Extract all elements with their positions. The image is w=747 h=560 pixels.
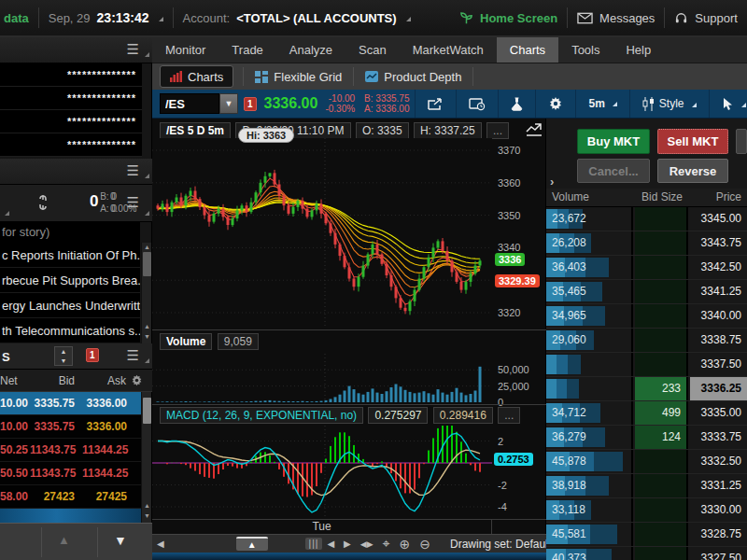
drawing-tool-dropdown[interactable] [715, 97, 747, 111]
bid-size-cell[interactable] [635, 523, 688, 546]
step-left-button[interactable]: ◀ [322, 539, 339, 549]
style-dropdown[interactable]: Style [636, 97, 703, 111]
gadget-menu-icon[interactable]: ☰ [127, 164, 139, 177]
dom-row[interactable]: 29,0603338.75 [546, 329, 747, 353]
macd-more-chip[interactable]: ... [498, 407, 520, 424]
expand-horizontal-icon[interactable]: ◀▶ [356, 539, 378, 549]
bid-size-cell[interactable]: 499 [635, 401, 688, 425]
depth-bar-cell[interactable]: 45,878 [546, 450, 633, 473]
main-tab-monitor[interactable]: Monitor [152, 37, 218, 63]
price-cell[interactable]: 3330.00 [690, 498, 747, 522]
dom-row[interactable]: 45,5813328.75 [546, 523, 747, 547]
bid-size-cell[interactable] [635, 474, 688, 497]
symbol-input[interactable] [160, 93, 219, 114]
bid-size-cell[interactable] [635, 207, 688, 231]
dom-row[interactable]: 26,2083343.75 [546, 231, 747, 256]
account-selector[interactable]: Account: <TOTAL> (ALL ACCOUNTS) [183, 11, 411, 25]
price-cell[interactable]: 3333.75 [690, 426, 747, 449]
share-button[interactable] [421, 97, 450, 111]
bid-size-cell[interactable] [635, 498, 688, 522]
depth-bar-cell[interactable]: 36,279 [546, 426, 633, 449]
watchlist-row[interactable]: -10.003335.753336.00 [0, 415, 142, 439]
flag-badge[interactable]: 1 [86, 348, 99, 362]
collapse-chevron[interactable]: › [550, 175, 554, 189]
price-chart[interactable] [152, 138, 492, 329]
price-cell[interactable]: 3342.50 [690, 256, 747, 279]
depth-bar-cell[interactable] [546, 353, 633, 376]
price-cell[interactable]: 3345.00 [690, 207, 747, 231]
depth-bar-cell[interactable]: 45,581 [546, 523, 633, 546]
price-cell[interactable]: 3327.50 [690, 547, 747, 560]
scroll-down-button[interactable]: ▼ [114, 533, 127, 548]
tab-product-depth[interactable]: Product Depth [354, 63, 472, 90]
news-scrollbar[interactable]: ▲ ▲ ▼ [141, 243, 151, 343]
main-tab-tools[interactable]: Tools [558, 37, 613, 63]
bid-size-cell[interactable] [635, 304, 688, 328]
data-feed-status[interactable]: data [4, 11, 29, 25]
support-button[interactable]: Support [674, 11, 738, 25]
watchlist-row[interactable]: -10.003335.753336.00 [0, 392, 142, 415]
masked-value-row[interactable]: ************** [0, 110, 142, 133]
col-bid[interactable]: Bid [37, 374, 75, 387]
depth-bar-cell[interactable] [546, 377, 633, 400]
watchlist-row[interactable]: -50.5011343.7511344.25 [0, 462, 142, 485]
dom-row[interactable]: 40,3733327.50 [546, 547, 747, 560]
zoom-in-button[interactable]: ⊕ [395, 537, 416, 552]
col-ask[interactable]: Ask [89, 374, 126, 387]
link-icon[interactable] [37, 193, 49, 212]
crosshair-button[interactable]: ⌖ [378, 536, 395, 552]
col-price[interactable]: Price [690, 190, 741, 203]
symbol-dropdown-button[interactable]: ▼ [219, 93, 238, 114]
gadget-menu-icon[interactable]: ☰ [127, 349, 139, 362]
chart-style-icon[interactable] [526, 122, 543, 137]
price-cell[interactable]: 3341.25 [690, 280, 747, 303]
watchlist-row[interactable]: -50.2511343.7511344.25 [0, 439, 142, 462]
col-volume[interactable]: Volume [552, 190, 589, 203]
price-cell[interactable]: 3340.00 [690, 304, 747, 328]
depth-bar-cell[interactable]: 33,118 [546, 498, 633, 522]
dom-row[interactable]: 36,2791243333.75 [546, 426, 747, 450]
tab-charts[interactable]: Charts [160, 65, 233, 88]
news-item[interactable]: c Reports Initiation Of Ph... [0, 243, 140, 268]
news-item[interactable]: rbecue Pit Supports Brea... [0, 268, 140, 293]
timeframe-dropdown[interactable]: 5m [582, 97, 623, 110]
news-item[interactable]: th Telecommunications s... [0, 318, 140, 343]
main-tab-trade[interactable]: Trade [218, 37, 275, 63]
dom-row[interactable]: 23,6723345.00 [546, 207, 747, 231]
pan-left-button[interactable]: ◀ [152, 539, 169, 549]
macd-chart[interactable] [152, 426, 492, 519]
bid-size-cell[interactable] [635, 450, 688, 473]
depth-bar-cell[interactable]: 34,712 [546, 401, 633, 425]
masked-value-row[interactable]: ************** [0, 63, 142, 87]
depth-bar-cell[interactable]: 26,208 [546, 231, 633, 255]
jump-to-end-button[interactable]: ▲ [236, 537, 268, 551]
bid-size-cell[interactable]: 124 [635, 426, 688, 449]
bid-size-cell[interactable] [635, 231, 688, 255]
volume-label-chip[interactable]: Volume [160, 333, 212, 350]
bid-size-cell[interactable] [635, 280, 688, 303]
gear-icon[interactable] [131, 374, 143, 386]
tests-button[interactable] [504, 97, 529, 111]
price-cell[interactable]: 3343.75 [690, 231, 747, 255]
bid-size-cell[interactable] [635, 353, 688, 376]
depth-bar-cell[interactable]: 34,965 [546, 304, 633, 328]
gadget-menu-icon[interactable]: ☰ [127, 196, 139, 209]
news-item-partial[interactable]: for story) [0, 222, 140, 243]
drawing-set-dropdown[interactable]: Drawing set: Default [450, 538, 551, 551]
dom-row[interactable]: 33,1183330.00 [546, 498, 747, 523]
messages-button[interactable]: Messages [577, 11, 655, 25]
buy-mkt-button[interactable]: Buy MKT [577, 129, 650, 154]
price-cell[interactable]: 3338.75 [690, 329, 747, 352]
dom-row[interactable]: 2333336.25 [546, 377, 747, 401]
main-tab-analyze[interactable]: Analyze [276, 37, 345, 63]
dom-row[interactable]: 38,9183331.25 [546, 474, 747, 498]
bid-size-cell[interactable] [635, 329, 688, 352]
bid-size-cell[interactable] [635, 256, 688, 279]
chart-settings-button[interactable] [542, 96, 570, 111]
scroll-up-button[interactable]: ▲ [58, 533, 70, 547]
depth-bar-cell[interactable]: 40,373 [546, 547, 633, 560]
col-bid-size[interactable]: Bid Size [635, 190, 683, 203]
home-screen-button[interactable]: Home Screen [459, 11, 557, 25]
dom-row[interactable]: 35,4653341.25 [546, 280, 747, 304]
clock[interactable]: Sep, 29 23:13:42 [49, 10, 163, 25]
